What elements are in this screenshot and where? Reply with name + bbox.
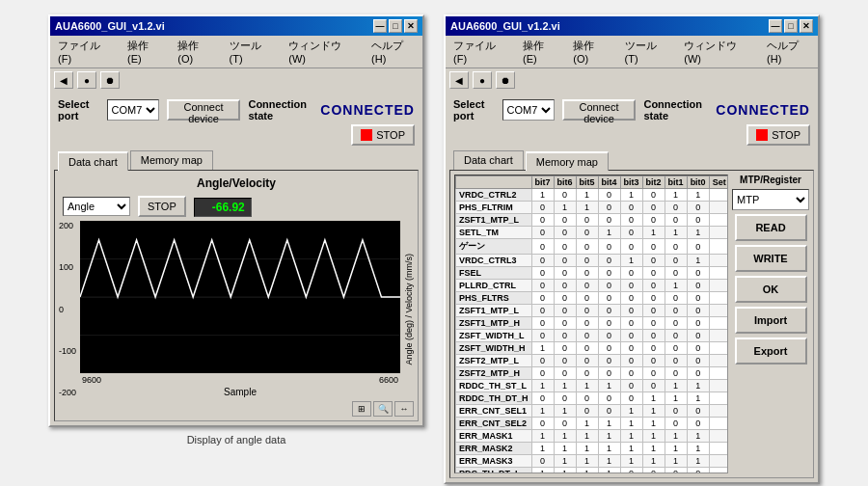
right-table-cell-17-3: 0	[576, 405, 598, 418]
left-menu-tools[interactable]: ツール(T)	[226, 38, 276, 66]
left-port-select[interactable]: COM7	[107, 99, 159, 121]
right-table-cell-22-8: 0	[687, 468, 709, 474]
right-menu-edit[interactable]: 操作(E)	[519, 38, 559, 66]
left-close-btn[interactable]: ✕	[404, 19, 418, 33]
right-table-row-15[interactable]: RDDC_TH_ST_L11110011F3	[456, 380, 729, 392]
right-table-row-8[interactable]: PHS_FLTRS0000000000	[456, 292, 729, 305]
right-table-row-6[interactable]: FSEL0000000000	[456, 267, 729, 280]
right-table-row-0[interactable]: VRDC_CTRL210101011BB	[456, 189, 729, 202]
left-menu-edit[interactable]: 操作(E)	[123, 38, 164, 66]
right-toolbar-icon-1[interactable]: ◀	[449, 71, 469, 89]
right-table-row-10[interactable]: ZSFT1_MTP_H0000000000	[456, 317, 729, 330]
left-chart-tool-pan[interactable]: ↔	[394, 401, 414, 417]
left-tab-memory-map[interactable]: Memory map	[130, 150, 213, 170]
right-toolbar-icon-2[interactable]: ●	[473, 71, 492, 89]
right-table-cell-15-9: F3	[709, 380, 728, 392]
right-table-row-5[interactable]: VRDC_CTRL30000100109	[456, 255, 729, 267]
left-tab-data-chart[interactable]: Data chart	[58, 151, 128, 171]
left-toolbar-icon-1[interactable]: ◀	[54, 71, 73, 89]
right-table-row-4[interactable]: ゲーン0000000000	[456, 239, 729, 255]
right-memory-table-container[interactable]: bit7 bit6 bit5 bit4 bit3 bit2 bit1 bit0	[454, 175, 728, 473]
left-connect-btn[interactable]: Connect device	[167, 99, 241, 121]
left-menu-window[interactable]: ウィンドウ(W)	[285, 38, 358, 66]
right-table-cell-1-7: 0	[665, 202, 687, 214]
right-table-row-20[interactable]: ERR_MASK211111111FF	[456, 443, 729, 455]
right-table-cell-3-1: 0	[531, 227, 554, 239]
right-table-row-22[interactable]: PDC_TH_DT_L11110000F0	[456, 468, 729, 474]
left-chart-tool-grid[interactable]: ⊞	[352, 401, 371, 417]
right-screenshot-container: AUA6600_GUI_v1.2.vi — □ ✕ ファイル(F) 操作(E) …	[444, 14, 820, 486]
left-menu-file[interactable]: ファイル(F)	[54, 38, 114, 66]
right-table-cell-18-6: 1	[642, 418, 665, 430]
right-th-bit4: bit4	[598, 176, 620, 189]
left-toolbar-icon-2[interactable]: ●	[77, 71, 96, 89]
right-toolbar-icon-3[interactable]: ⏺	[496, 71, 515, 89]
right-table-row-2[interactable]: ZSFT1_MTP_L0000000000	[456, 214, 729, 227]
right-mtp-select[interactable]: MTP Register	[732, 189, 809, 210]
right-th-bit0: bit0	[687, 176, 709, 189]
left-maximize-btn[interactable]: □	[389, 19, 402, 33]
right-table-cell-19-3: 1	[576, 430, 598, 443]
right-menu-file[interactable]: ファイル(F)	[449, 38, 509, 66]
right-import-btn[interactable]: Import	[735, 307, 807, 334]
right-table-cell-4-6: 0	[642, 239, 665, 255]
right-table-cell-18-3: 1	[576, 418, 598, 430]
right-minimize-btn[interactable]: —	[769, 19, 782, 33]
left-menu-operate[interactable]: 操作(O)	[174, 38, 215, 66]
right-table-row-21[interactable]: ERR_MASK3011111117F	[456, 455, 729, 468]
right-export-btn[interactable]: Export	[735, 338, 807, 364]
right-close-btn[interactable]: ✕	[800, 19, 813, 33]
right-write-btn[interactable]: WRITE	[735, 245, 807, 272]
right-table-cell-8-4: 0	[598, 292, 620, 305]
left-toolbar-icon-3[interactable]: ⏺	[100, 71, 120, 89]
right-tab-data-chart[interactable]: Data chart	[453, 150, 524, 170]
right-table-row-12[interactable]: ZSFT_WIDTH_H1000000080	[456, 342, 729, 355]
right-table-cell-21-5: 1	[620, 455, 642, 468]
right-table-cell-12-8: 0	[687, 342, 709, 355]
right-table-cell-21-4: 1	[598, 455, 620, 468]
right-table-cell-9-4: 0	[598, 305, 620, 317]
right-table-cell-17-9: CC	[709, 405, 728, 418]
right-table-row-9[interactable]: ZSFT1_MTP_L0000000000	[456, 305, 729, 317]
right-table-cell-11-5: 0	[620, 330, 642, 342]
right-table-cell-0-9: BB	[709, 189, 728, 202]
right-menu-help[interactable]: ヘルプ(H)	[763, 38, 814, 66]
right-table-cell-10-2: 0	[554, 317, 576, 330]
right-port-select[interactable]: COM7	[502, 99, 555, 121]
left-angle-select[interactable]: Angle Velocity	[63, 197, 130, 216]
right-menu-window[interactable]: ウィンドウ(W)	[680, 38, 753, 66]
right-table-cell-11-1: 0	[531, 330, 554, 342]
right-mtp-register-label: MTP/Register	[740, 175, 801, 185]
right-table-cell-11-2: 0	[554, 330, 576, 342]
right-table-row-16[interactable]: RDDC_TH_DT_H000001117F	[456, 392, 729, 405]
right-table-row-11[interactable]: ZSFT_WIDTH_L0000000000	[456, 330, 729, 342]
left-chart-tool-zoom[interactable]: 🔍	[373, 401, 393, 417]
left-stop-btn[interactable]: STOP	[351, 124, 415, 146]
right-th-name	[456, 176, 532, 189]
right-table-row-1[interactable]: PHS_FLTRIM0110000040	[456, 202, 729, 214]
right-table-row-13[interactable]: ZSFT2_MTP_L0000000000	[456, 355, 729, 367]
left-menu-help[interactable]: ヘルプ(H)	[367, 38, 419, 66]
right-table-row-3[interactable]: SETL_TM0001011117	[456, 227, 729, 239]
right-tab-memory-map[interactable]: Memory map	[526, 151, 609, 171]
right-menu-tools[interactable]: ツール(T)	[621, 38, 671, 66]
right-connection-state-label: Connection state	[643, 98, 708, 122]
right-table-row-19[interactable]: ERR_MASK111111111FF	[456, 430, 729, 443]
right-maximize-btn[interactable]: □	[784, 19, 798, 33]
left-chart-svg	[80, 221, 400, 373]
left-chart-canvas-area: 200 100 0 -100 -200	[59, 221, 414, 397]
right-table-row-17[interactable]: ERR_CNT_SEL111001100CC	[456, 405, 729, 418]
right-stop-btn[interactable]: STOP	[746, 124, 810, 146]
right-table-cell-8-0: PHS_FLTRS	[456, 292, 532, 305]
right-connect-btn[interactable]: Connect device	[562, 99, 637, 121]
right-table-row-14[interactable]: ZSFT2_MTP_H0000000000	[456, 367, 729, 380]
right-read-btn[interactable]: READ	[735, 214, 807, 241]
right-table-row-7[interactable]: PLLRD_CTRL000000101D	[456, 280, 729, 292]
right-ok-btn[interactable]: OK	[735, 276, 807, 303]
left-minimize-btn[interactable]: —	[373, 19, 387, 33]
right-menu-operate[interactable]: 操作(O)	[569, 38, 610, 66]
right-table-cell-8-1: 0	[531, 292, 554, 305]
left-chart-stop-btn[interactable]: STOP	[138, 196, 186, 217]
right-port-label: Select port	[453, 98, 495, 122]
right-table-row-18[interactable]: ERR_CNT_SEL2001111003C	[456, 418, 729, 430]
